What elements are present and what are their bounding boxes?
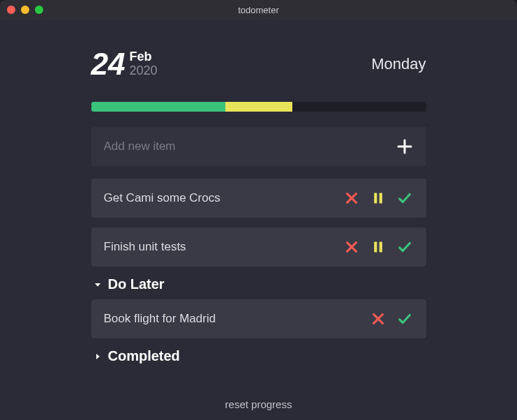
plus-icon <box>396 138 413 155</box>
svg-rect-1 <box>379 193 382 204</box>
window-title: todometer <box>0 5 517 15</box>
svg-rect-0 <box>374 193 377 204</box>
progress-later-segment <box>225 102 292 112</box>
date-header: 24 Feb 2020 Monday <box>91 49 426 80</box>
date-day: 24 <box>91 49 126 80</box>
window-titlebar: todometer <box>0 0 517 20</box>
item-text: Finish unit tests <box>104 240 343 254</box>
x-icon <box>344 190 359 206</box>
completed-header[interactable]: Completed <box>91 348 426 364</box>
do-later-header[interactable]: Do Later <box>91 276 426 292</box>
chevron-right-icon <box>91 350 104 363</box>
pause-icon <box>371 239 385 255</box>
progress-bar <box>91 102 426 112</box>
svg-rect-2 <box>374 242 377 253</box>
add-item-input[interactable] <box>104 140 396 153</box>
item-text: Book flight for Madrid <box>104 312 369 326</box>
list-item: Book flight for Madrid <box>91 299 426 338</box>
pause-button[interactable] <box>369 189 387 207</box>
complete-button[interactable] <box>396 238 414 256</box>
check-icon <box>396 239 414 255</box>
do-later-label: Do Later <box>108 276 165 292</box>
check-icon <box>396 190 414 206</box>
x-icon <box>344 239 359 255</box>
reset-progress-link[interactable]: reset progress <box>0 398 517 410</box>
item-text: Get Cami some Crocs <box>104 191 343 205</box>
pause-button[interactable] <box>369 238 387 256</box>
complete-button[interactable] <box>396 310 414 328</box>
app-body: 24 Feb 2020 Monday Get Cami some Crocs <box>0 20 517 420</box>
svg-rect-3 <box>379 242 382 253</box>
list-item: Get Cami some Crocs <box>91 179 426 218</box>
completed-label: Completed <box>108 348 180 364</box>
add-item-button[interactable] <box>396 137 414 156</box>
date-year: 2020 <box>129 64 157 78</box>
delete-button[interactable] <box>343 189 361 207</box>
chevron-down-icon <box>91 278 104 291</box>
add-item-row <box>91 127 426 166</box>
delete-button[interactable] <box>369 310 387 328</box>
x-icon <box>370 311 386 327</box>
progress-completed-segment <box>91 102 225 112</box>
check-icon <box>396 311 414 327</box>
date-left: 24 Feb 2020 <box>91 49 158 80</box>
pause-icon <box>371 190 385 206</box>
date-month: Feb <box>129 50 157 64</box>
date-weekday: Monday <box>371 55 426 73</box>
complete-button[interactable] <box>396 189 414 207</box>
delete-button[interactable] <box>343 238 361 256</box>
list-item: Finish unit tests <box>91 227 426 267</box>
